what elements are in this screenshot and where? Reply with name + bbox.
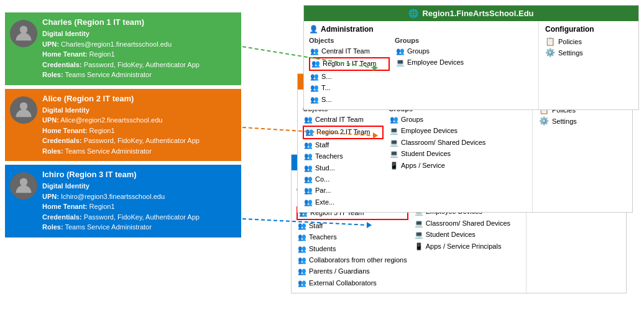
region1-obj-region1-team: 👥 Region 1 IT Team [309,57,390,70]
region2-grp-groups: 👥 Groups [389,114,487,125]
region1-objects-title: Objects [309,37,390,44]
person-card-ichiro: Ichiro (Region 3 IT team) Digital Identi… [5,165,241,237]
region3-obj-teachers: 👥 Teachers [297,232,408,242]
settings-icon: ⚙️ [545,48,555,57]
region1-header: 🌐 Region1.FineArtsSchool.Edu [304,6,638,21]
person-details-alice: Digital Identity UPN: Alice@region2.fine… [42,105,236,157]
region1-groups-col: Groups 👥 Groups 💻 Employee Devices [395,37,476,106]
group-icon: 👥 [390,116,398,124]
region2-groups-col: Groups 👥 Groups 💻 Employee Devices 💻 [389,105,487,208]
region2-obj-staff: 👥 Staff [303,140,384,150]
device-icon: 💻 [396,58,405,67]
region1-admin-title: 👤 Administration [309,25,533,34]
person-name-alice: Alice (Region 2 IT team) [42,94,236,103]
region1-obj-t: 👥 T... [309,83,390,93]
person-info-charles: Charles (Region 1 IT team) Digital Ident… [42,17,236,80]
people-icon: 👥 [310,47,319,56]
region1-obj-s2: 👥 S... [309,95,390,105]
region1-grp-employee-devices: 💻 Employee Devices [395,57,476,68]
region1-panel: 🌐 Region1.FineArtsSchool.Edu 👤 Administr… [303,5,639,110]
region3-grp-student-devices: 💻 Student Devices [413,229,512,240]
people-icon: 👥 [304,141,313,149]
region1-groups-title: Groups [395,37,476,44]
person-name-ichiro: Ichiro (Region 3 IT team) [42,170,236,179]
region2-objects-col: Objects 👥 Central IT Team 👥 Region 2 IT … [303,105,384,208]
people-icon: 👥 [304,116,313,124]
region2-config-settings: ⚙️ Settings [539,116,626,126]
region2-obj-teachers: 👥 Teachers [303,151,384,162]
region1-obj-s: 👥 S... [309,71,390,82]
settings-icon: ⚙️ [539,116,549,126]
region3-obj-students: 👥 Students [297,244,408,254]
region2-obj-par: 👥 Par... [303,185,384,196]
region1-admin: 👤 Administration Objects 👥 Central IT Te… [304,21,539,109]
people-icon: 👥 [305,128,314,137]
device-icon: 💻 [390,127,398,136]
people-icon: 👥 [298,279,306,287]
people-icon: 👥 [298,256,306,265]
svg-point-6 [20,26,28,34]
main-container: Charles (Region 1 IT team) Digital Ident… [0,0,644,332]
device-icon: 💻 [415,231,423,239]
people-icon: 👥 [310,84,319,93]
region2-obj-region2-team: 👥 Region 2 IT Team [303,126,384,139]
region1-admin-columns: Objects 👥 Central IT Team 👥 Region 1 IT … [309,37,533,106]
region1-objects-col: Objects 👥 Central IT Team 👥 Region 1 IT … [309,37,390,106]
people-icon: 👥 [310,95,319,104]
svg-point-7 [20,102,28,110]
region3-grp-apps: 📱 Apps / Service Principals [413,241,512,252]
region2-grp-apps: 📱 Apps / Service [389,160,487,171]
group-icon: 👥 [396,47,405,56]
device-icon: 💻 [390,138,398,147]
app-icon: 📱 [415,242,423,251]
people-icon: 👥 [311,60,320,68]
device-icon: 💻 [390,150,398,159]
people-icon: 👥 [298,267,306,276]
person-name-charles: Charles (Region 1 IT team) [42,17,236,27]
region1-config-title: Configuration [545,25,632,34]
person-info-alice: Alice (Region 2 IT team) Digital Identit… [42,94,236,157]
region2-admin-columns: Objects 👥 Central IT Team 👥 Region 2 IT … [303,105,527,208]
region1-globe-icon: 🌐 [408,9,418,18]
region1-config-settings: ⚙️ Settings [545,48,632,57]
avatar-charles [10,20,37,47]
people-icon: 👥 [298,244,306,253]
region1-config-policies: 📋 Policies [545,37,632,46]
person-info-ichiro: Ichiro (Region 3 IT team) Digital Identi… [42,170,236,233]
person-details-ichiro: Digital Identity UPN: Ichiro@region3.fin… [42,181,236,233]
region1-obj-central-it: 👥 Central IT Team [309,46,390,57]
region2-grp-classroom: 💻 Classroom/ Shared Devices [389,137,487,148]
people-icon: 👥 [304,198,313,206]
region3-grp-classroom: 💻 Classroom/ Shared Devices [413,218,512,229]
region1-body: 👤 Administration Objects 👥 Central IT Te… [304,21,638,109]
person-cards: Charles (Region 1 IT team) Digital Ident… [5,12,241,237]
region1-grp-groups: 👥 Groups [395,46,476,57]
region2-obj-stud: 👥 Stud... [303,163,384,173]
region1-config: Configuration 📋 Policies ⚙️ Settings [539,21,638,109]
people-icon: 👥 [304,187,313,195]
person-card-charles: Charles (Region 1 IT team) Digital Ident… [5,12,241,85]
app-icon: 📱 [390,161,398,170]
region2-obj-central-it: 👥 Central IT Team [303,114,384,125]
svg-point-8 [20,178,28,187]
region2-obj-co: 👥 Co... [303,174,384,185]
avatar-ichiro [10,172,37,200]
people-icon: 👥 [304,152,313,161]
region3-obj-parents: 👥 Parents / Guardians [297,266,408,277]
region3-obj-external: 👥 External Collaborators [297,278,408,288]
people-icon: 👥 [298,221,306,230]
device-icon: 💻 [415,219,423,228]
person-card-alice: Alice (Region 2 IT team) Digital Identit… [5,89,241,162]
region3-obj-collabs: 👥 Collaborators from other regions [297,255,408,265]
region2-obj-exte: 👥 Exte... [303,197,384,208]
person-details-charles: Digital Identity UPN: Charles@region1.fi… [42,29,236,80]
avatar-alice [10,96,37,124]
people-icon: 👥 [304,164,313,172]
people-icon: 👥 [298,233,306,242]
people-icon: 👥 [304,175,313,184]
policy-icon: 📋 [545,37,555,46]
region3-obj-staff: 👥 Staff [297,221,408,231]
region1-title: Region1.FineArtsSchool.Edu [422,9,533,18]
region2-grp-student-devices: 💻 Student Devices [389,149,487,159]
region1-admin-icon: 👤 [309,25,318,34]
